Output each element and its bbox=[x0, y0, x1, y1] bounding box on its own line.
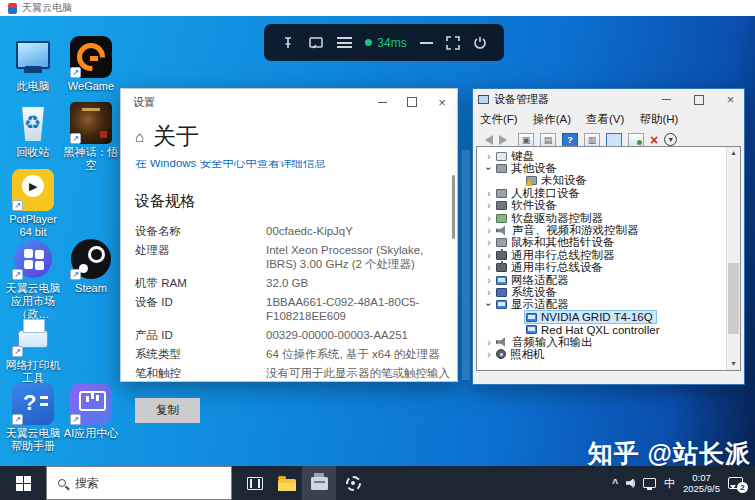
gear-icon bbox=[346, 476, 361, 491]
desktop-icon[interactable]: ↗ 黑神话：悟空 bbox=[60, 102, 122, 172]
desktop-icon[interactable]: ↗ 天翼云电脑应用市场（政… bbox=[2, 238, 64, 321]
desktop-icon[interactable]: ↗ Steam bbox=[60, 238, 122, 295]
expander-icon[interactable] bbox=[483, 299, 495, 310]
expander-icon[interactable] bbox=[483, 250, 495, 261]
menu-item[interactable]: 帮助(H) bbox=[639, 112, 678, 127]
device-manager-icon bbox=[311, 477, 328, 490]
device-tree-cell[interactable]: NVIDIA GRID T4-16Q bbox=[525, 311, 656, 323]
taskbar-search[interactable]: 搜索 bbox=[46, 466, 232, 500]
expander-icon[interactable] bbox=[483, 225, 495, 236]
power-icon[interactable] bbox=[473, 36, 487, 50]
expander-icon[interactable] bbox=[483, 200, 495, 211]
wallpaper-light-streak bbox=[462, 150, 470, 380]
device-tree-cell[interactable]: 显示适配器 bbox=[495, 299, 572, 311]
expander-icon[interactable] bbox=[483, 188, 495, 199]
expander-icon[interactable] bbox=[483, 349, 495, 360]
expander-icon[interactable] bbox=[483, 337, 495, 348]
menu-item[interactable]: 查看(V) bbox=[586, 112, 624, 127]
desktop-icon[interactable]: ↗ 网络打印机工具 bbox=[2, 315, 64, 385]
notification-center-button[interactable]: 2 bbox=[728, 477, 743, 489]
device-tree-row[interactable]: NVIDIA GRID T4-16Q bbox=[477, 311, 740, 323]
spec-value: 00329-00000-00003-AA251 bbox=[266, 328, 457, 342]
desktop-icon-label: 回收站 bbox=[2, 146, 64, 159]
settings-scrollbar[interactable] bbox=[452, 175, 455, 239]
security-link-text[interactable]: 在 Windows 安全中心中查看详细信息 bbox=[135, 160, 457, 170]
menu-item[interactable]: 操作(A) bbox=[533, 112, 571, 127]
shortcut-arrow-icon: ↗ bbox=[12, 346, 23, 357]
update-driver-icon[interactable] bbox=[628, 133, 644, 147]
desktop-icon[interactable]: ↗ AI应用中心 bbox=[60, 383, 122, 440]
action-pane-icon[interactable]: ▥ bbox=[584, 133, 600, 147]
notification-badge: 2 bbox=[737, 482, 748, 493]
task-view-button[interactable] bbox=[238, 466, 272, 500]
minimize-button[interactable] bbox=[367, 91, 397, 113]
spec-row: 处理器 Intel Xeon Processor (Skylake, IBRS)… bbox=[135, 243, 457, 271]
device-tree-row[interactable]: 照相机 bbox=[477, 348, 740, 360]
menu-item[interactable]: 文件(F) bbox=[480, 112, 518, 127]
scroll-down-icon[interactable]: ▾ bbox=[727, 358, 740, 370]
disable-device-icon[interactable]: ▾ bbox=[664, 133, 677, 146]
scroll-up-icon[interactable]: ▴ bbox=[727, 147, 740, 159]
home-icon: ⌂ bbox=[135, 128, 144, 145]
hidden-icons-chevron[interactable]: ^ bbox=[612, 478, 618, 489]
settings-taskbar-button[interactable] bbox=[336, 466, 370, 500]
expander-icon[interactable] bbox=[483, 237, 495, 248]
copy-button[interactable]: 复制 bbox=[135, 398, 200, 423]
help-icon[interactable]: ? bbox=[562, 133, 578, 147]
start-button[interactable] bbox=[0, 466, 46, 500]
desktop-icon[interactable]: ↗ WeGame bbox=[60, 36, 122, 93]
properties-icon[interactable]: ▤ bbox=[540, 133, 556, 147]
device-tree-label: 显示适配器 bbox=[511, 297, 569, 312]
expander-icon[interactable] bbox=[483, 151, 495, 162]
device-tree-cell[interactable]: 照相机 bbox=[495, 348, 548, 360]
desktop-icon[interactable]: ↗ PotPlayer 64 bit bbox=[2, 169, 64, 239]
menu-icon[interactable] bbox=[337, 37, 352, 48]
expander-icon[interactable] bbox=[483, 275, 495, 286]
desktop-icon[interactable]: ↗ 此电脑 bbox=[2, 36, 64, 93]
device-manager-titlebar: 设备管理器 bbox=[473, 89, 744, 110]
desktop-icon[interactable]: ↗ 回收站 bbox=[2, 102, 64, 159]
spec-label: 设备名称 bbox=[135, 224, 266, 238]
latency-value: 34ms bbox=[377, 36, 406, 50]
desktop-icon-image: ↗ bbox=[12, 315, 54, 357]
taskbar-clock[interactable]: 0:07 2025/9/5 bbox=[683, 472, 720, 494]
spec-row: 笔和触控 没有可用于此显示器的笔或触控输入 bbox=[135, 366, 457, 380]
close-button[interactable] bbox=[717, 91, 744, 108]
network-icon[interactable] bbox=[643, 478, 656, 488]
screen-cast-icon[interactable] bbox=[308, 36, 324, 50]
device-spec-heading: 设备规格 bbox=[135, 192, 457, 211]
minimize-icon[interactable] bbox=[420, 42, 433, 44]
back-icon[interactable] bbox=[480, 135, 493, 145]
device-type-icon bbox=[496, 238, 507, 247]
device-tree-row[interactable]: 其他设备 bbox=[477, 162, 740, 174]
desktop-icon-label: 黑神话：悟空 bbox=[60, 146, 122, 172]
desktop-icon[interactable]: ↗ 天翼云电脑帮助手册 bbox=[2, 383, 64, 453]
settings-content: ⌂ 关于 在 Windows 安全中心中查看详细信息 设备规格 设备名称 00c… bbox=[121, 121, 457, 423]
uninstall-device-icon[interactable]: × bbox=[650, 133, 658, 147]
device-tree-row[interactable]: 显示适配器 bbox=[477, 299, 740, 311]
file-explorer-button[interactable] bbox=[270, 466, 304, 500]
close-button[interactable] bbox=[427, 91, 457, 113]
expander-icon[interactable] bbox=[483, 213, 495, 224]
expander-icon[interactable] bbox=[483, 163, 495, 174]
expander-icon[interactable] bbox=[483, 287, 495, 298]
show-console-tree-icon[interactable]: ▣ bbox=[518, 133, 534, 147]
ime-indicator[interactable]: 中 bbox=[664, 476, 675, 491]
pin-icon[interactable] bbox=[281, 36, 295, 50]
device-manager-menubar: 文件(F)操作(A)查看(V)帮助(H) bbox=[473, 110, 744, 130]
scrollbar-thumb[interactable] bbox=[728, 263, 739, 334]
minimize-button[interactable] bbox=[653, 91, 680, 108]
forward-icon[interactable] bbox=[499, 135, 512, 145]
desktop-icon-grid: ↗ 此电脑 ↗ WeGame ↗ 回收站 ↗ 黑神话：悟空 ↗ PotPlaye… bbox=[2, 18, 132, 458]
maximize-button[interactable] bbox=[397, 91, 427, 113]
expander-icon[interactable] bbox=[483, 262, 495, 273]
fullscreen-icon[interactable] bbox=[446, 36, 460, 50]
maximize-button[interactable] bbox=[685, 91, 712, 108]
security-link-clipped[interactable]: 在 Windows 安全中心中查看详细信息 bbox=[135, 160, 457, 170]
desktop-icon-image: ↗ bbox=[12, 169, 54, 211]
volume-button[interactable] bbox=[626, 479, 635, 488]
device-tree-scrollbar[interactable]: ▴ ▾ bbox=[726, 147, 740, 370]
scan-hardware-icon[interactable] bbox=[606, 133, 622, 147]
device-tree-label: 照相机 bbox=[510, 347, 545, 362]
device-manager-taskbar-button[interactable] bbox=[302, 466, 336, 500]
